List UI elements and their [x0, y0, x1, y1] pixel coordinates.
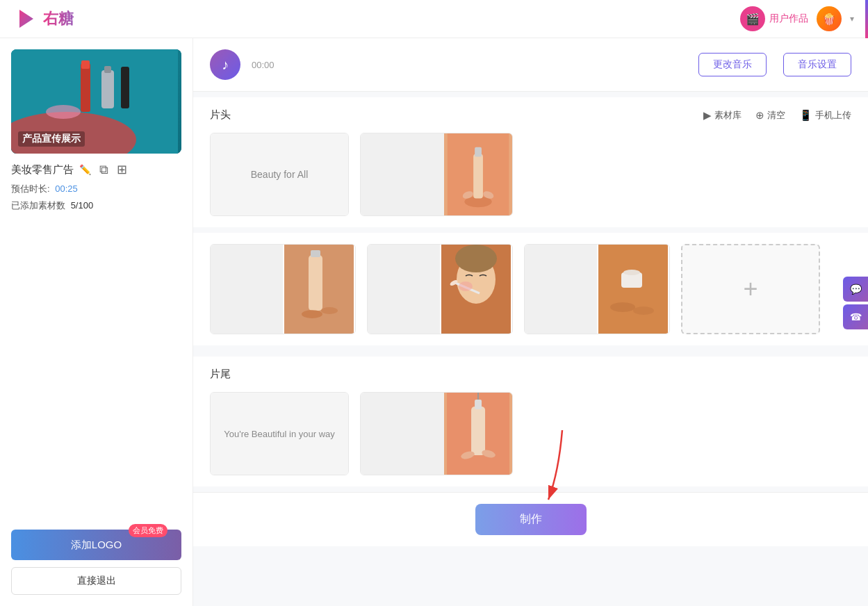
svg-rect-5: [101, 70, 114, 108]
copy-icon[interactable]: ⧉: [99, 163, 108, 177]
main-card3-right: [597, 245, 669, 334]
duration-label: 预估时长:: [11, 183, 50, 194]
main-card-1[interactable]: [210, 244, 356, 334]
preview-image: 产品宣传展示: [11, 49, 181, 154]
intro-card2-left: [361, 133, 444, 215]
svg-rect-7: [121, 67, 129, 108]
user-works-button[interactable]: 🎬 用户作品: [740, 6, 808, 31]
vip-badge: 会员免费: [129, 524, 167, 537]
main-card1-right: [283, 245, 355, 334]
layout-icon[interactable]: ⊞: [117, 162, 127, 177]
svg-rect-16: [309, 255, 322, 311]
phone-icon: ☎: [850, 311, 862, 322]
svg-point-28: [623, 270, 640, 275]
materials-value: 5/100: [71, 200, 94, 211]
outro-cards: You're Beautiful in your way: [210, 392, 851, 475]
float-btn-phone[interactable]: ☎: [843, 304, 868, 329]
outro-title: 片尾: [210, 368, 231, 381]
svg-marker-0: [19, 10, 33, 28]
clear-label: 清空: [767, 109, 785, 122]
sidebar: 产品宣传展示 美妆零售广告 ✏️ ⧉ ⊞ 预估时长: 00:25 已添加素材数 …: [0, 38, 193, 606]
svg-point-18: [302, 310, 322, 318]
source-library-label: 素材库: [714, 109, 742, 122]
intro-card-text[interactable]: Beauty for All: [210, 133, 349, 216]
svg-rect-6: [104, 66, 111, 73]
svg-point-8: [46, 105, 81, 119]
outro-card2-right: [444, 393, 512, 475]
content-area: ♪ 00:00 更改音乐 音乐设置 片头 ▶ 素材库 ⊕: [193, 38, 868, 606]
svg-point-30: [633, 306, 654, 315]
source-library-button[interactable]: ▶ 素材库: [703, 109, 742, 122]
logo-icon: [14, 7, 38, 31]
make-label: 制作: [520, 513, 542, 525]
music-settings-label: 音乐设置: [798, 58, 837, 69]
make-button[interactable]: 制作: [475, 504, 587, 535]
svg-rect-11: [473, 154, 483, 199]
logo: 右糖: [14, 7, 74, 31]
music-time: 00:00: [252, 60, 682, 70]
music-bar: ♪ 00:00 更改音乐 音乐设置: [193, 38, 868, 92]
main-card2-right: [440, 245, 512, 334]
add-card-plus-icon: +: [743, 275, 758, 304]
materials-row: 已添加素材数 5/100: [11, 199, 181, 212]
project-info: 美妆零售广告 ✏️ ⧉ ⊞ 预估时长: 00:25 已添加素材数 5/100: [11, 162, 181, 216]
intro-title: 片头: [210, 108, 231, 122]
avatar[interactable]: 🍿: [817, 6, 842, 31]
main-card3-left: [525, 245, 597, 334]
svg-point-24: [455, 245, 497, 272]
bottle-photo-svg: [283, 245, 355, 334]
main-card-2[interactable]: [367, 244, 513, 334]
chevron-down-icon[interactable]: ▾: [850, 14, 854, 24]
intro-actions: ▶ 素材库 ⊕ 清空 📱 手机上传: [703, 109, 851, 122]
duration-value: 00:25: [55, 183, 78, 194]
main-body-section: +: [193, 233, 868, 345]
svg-rect-33: [475, 400, 482, 409]
user-works-label: 用户作品: [769, 13, 808, 25]
music-settings-button[interactable]: 音乐设置: [783, 53, 851, 76]
edit-icon[interactable]: ✏️: [79, 164, 91, 175]
chat-icon: 💬: [850, 284, 862, 295]
bottom-bar: 制作: [193, 492, 868, 546]
intro-card2-right: [444, 133, 512, 215]
outro-card-text[interactable]: You're Beautiful in your way: [210, 392, 349, 475]
main-card1-left: [211, 245, 283, 334]
music-note: ♪: [222, 57, 229, 73]
change-music-label: 更改音乐: [713, 58, 752, 69]
intro-card-photo[interactable]: [360, 133, 513, 216]
mobile-upload-button[interactable]: 📱 手机上传: [799, 109, 851, 122]
float-btn-chat[interactable]: 💬: [843, 277, 868, 302]
svg-rect-12: [475, 147, 482, 157]
preview-label: 产品宣传展示: [18, 131, 85, 147]
main-card-3[interactable]: [524, 244, 670, 334]
main-cards: +: [210, 244, 851, 334]
outro-card2-left: [361, 393, 444, 475]
main-card2-left: [368, 245, 440, 334]
exit-button[interactable]: 直接退出: [11, 567, 181, 595]
cream-photo-svg: [597, 245, 669, 334]
mobile-icon: 📱: [799, 109, 812, 122]
change-music-button[interactable]: 更改音乐: [698, 53, 767, 76]
outro-card1-text: You're Beautiful in your way: [211, 393, 348, 475]
header-accent: [865, 0, 868, 38]
svg-rect-32: [471, 407, 485, 455]
svg-point-19: [321, 307, 338, 314]
svg-point-29: [610, 302, 635, 312]
svg-rect-17: [311, 250, 320, 257]
logo-text: 右糖: [43, 8, 74, 29]
clear-icon: ⊕: [755, 109, 764, 122]
brush-photo-svg: [440, 245, 512, 334]
svg-rect-26: [598, 245, 668, 334]
library-icon: ▶: [703, 109, 712, 122]
add-card-button[interactable]: +: [681, 244, 820, 334]
materials-label: 已添加素材数: [11, 200, 65, 211]
intro-section-header: 片头 ▶ 素材库 ⊕ 清空 📱 手机上传: [210, 108, 851, 122]
project-title: 美妆零售广告: [11, 163, 74, 177]
svg-rect-3: [81, 63, 90, 112]
outro-card-photo[interactable]: [360, 392, 513, 475]
duration-row: 预估时长: 00:25: [11, 183, 181, 195]
intro-card1-text: Beauty for All: [211, 133, 348, 215]
add-logo-button[interactable]: 会员免费 添加LOGO: [11, 530, 181, 560]
svg-point-25: [459, 281, 473, 291]
exit-label: 直接退出: [77, 575, 116, 586]
clear-button[interactable]: ⊕ 清空: [755, 109, 785, 122]
